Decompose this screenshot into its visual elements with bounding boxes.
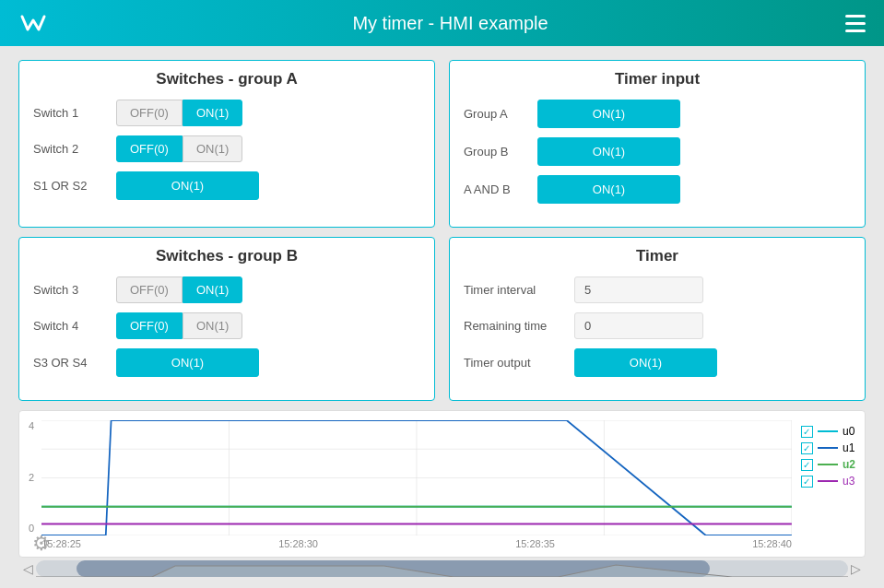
switch2-toggle[interactable]: OFF(0) ON(1)	[116, 135, 242, 162]
top-panel-row: Switches - group A Switch 1 OFF(0) ON(1)…	[18, 60, 866, 228]
switch4-toggle[interactable]: OFF(0) ON(1)	[116, 312, 242, 339]
timer-title: Timer	[464, 247, 851, 265]
switch4-row: Switch 4 OFF(0) ON(1)	[33, 312, 420, 339]
logo-icon	[18, 9, 55, 37]
legend-u1-label: u1	[843, 441, 855, 454]
switches-group-b-title: Switches - group B	[33, 247, 420, 265]
switch3-on-btn[interactable]: ON(1)	[183, 276, 242, 303]
gear-button[interactable]: ⚙	[32, 532, 51, 556]
main-content: Switches - group A Switch 1 OFF(0) ON(1)…	[0, 46, 884, 588]
s1-or-s2-btn[interactable]: ON(1)	[116, 171, 259, 200]
timer-input-panel: Timer input Group A ON(1) Group B ON(1) …	[449, 60, 866, 228]
timer-interval-row: Timer interval 5	[464, 276, 851, 303]
switches-group-b-panel: Switches - group B Switch 3 OFF(0) ON(1)…	[18, 237, 435, 401]
switch3-toggle[interactable]: OFF(0) ON(1)	[116, 276, 242, 303]
switch4-off-btn[interactable]: OFF(0)	[116, 312, 183, 339]
switch1-off-btn[interactable]: OFF(0)	[116, 100, 183, 126]
y-label-2: 2	[29, 472, 34, 483]
switches-group-a-title: Switches - group A	[33, 70, 420, 88]
timer-remaining-label: Remaining time	[464, 319, 574, 333]
scroll-left-handle[interactable]: ◁	[23, 561, 33, 576]
switch1-row: Switch 1 OFF(0) ON(1)	[33, 100, 420, 126]
timer-input-a-and-b-btn[interactable]: ON(1)	[537, 175, 680, 204]
gear-icon: ⚙	[32, 532, 51, 555]
scroll-right-handle[interactable]: ▷	[851, 561, 861, 576]
switch2-row: Switch 2 OFF(0) ON(1)	[33, 135, 420, 162]
switch1-toggle[interactable]: OFF(0) ON(1)	[116, 100, 242, 126]
legend-u1-line	[818, 447, 838, 449]
scrollbar-row: ◁ ▷	[18, 558, 866, 580]
switch3-label: Switch 3	[33, 283, 116, 297]
chart-legend: ✓ u0 ✓ u1 ✓ u2 ✓ u3	[792, 420, 855, 552]
scrollbar-mini-chart	[36, 560, 848, 577]
chart-section: 4 2 0	[18, 410, 866, 580]
x-label-1: 15:28:30	[278, 538, 318, 549]
timer-input-group-a-label: Group A	[464, 107, 537, 121]
timer-input-a-and-b-row: A AND B ON(1)	[464, 175, 851, 204]
s1-or-s2-label: S1 OR S2	[33, 179, 116, 193]
timer-input-group-b-label: Group B	[464, 145, 537, 159]
legend-u2: ✓ u2	[801, 458, 855, 471]
switch1-on-btn[interactable]: ON(1)	[183, 100, 242, 126]
switch4-on-btn[interactable]: ON(1)	[183, 312, 242, 339]
chart-container: 4 2 0	[18, 410, 866, 558]
legend-u2-check[interactable]: ✓	[801, 459, 813, 471]
timer-output-row: Timer output ON(1)	[464, 348, 851, 377]
timer-output-btn[interactable]: ON(1)	[574, 348, 717, 377]
legend-u1-check[interactable]: ✓	[801, 442, 813, 454]
legend-u3-label: u3	[843, 475, 855, 488]
legend-u0-line	[818, 430, 838, 432]
chart-x-labels: 15:28:25 15:28:30 15:28:35 15:28:40	[41, 535, 792, 552]
page-title: My timer - HMI example	[352, 13, 548, 34]
legend-u0-label: u0	[843, 425, 855, 438]
timer-input-group-b-row: Group B ON(1)	[464, 137, 851, 166]
switch1-label: Switch 1	[33, 106, 116, 120]
legend-u2-label: u2	[843, 458, 855, 471]
timer-input-group-a-row: Group A ON(1)	[464, 100, 851, 128]
switch4-label: Switch 4	[33, 319, 116, 333]
s3-or-s4-label: S3 OR S4	[33, 356, 116, 370]
chart-plot-area	[41, 420, 792, 535]
legend-u2-line	[818, 464, 838, 465]
timer-interval-label: Timer interval	[464, 283, 574, 297]
s3-or-s4-btn[interactable]: ON(1)	[116, 348, 259, 377]
switches-group-a-panel: Switches - group A Switch 1 OFF(0) ON(1)…	[18, 60, 435, 228]
timer-remaining-row: Remaining time 0	[464, 312, 851, 339]
legend-u0: ✓ u0	[801, 425, 855, 438]
switch2-off-btn[interactable]: OFF(0)	[116, 135, 183, 162]
legend-u1: ✓ u1	[801, 441, 855, 454]
y-label-4: 4	[29, 420, 34, 431]
chart-svg	[41, 420, 792, 535]
timer-input-title: Timer input	[464, 70, 851, 88]
bottom-panel-row: Switches - group B Switch 3 OFF(0) ON(1)…	[18, 237, 866, 401]
x-label-3: 15:28:40	[752, 538, 792, 549]
legend-u3: ✓ u3	[801, 475, 855, 488]
scrollbar-track[interactable]	[36, 560, 848, 577]
timer-output-label: Timer output	[464, 356, 574, 370]
switch3-off-btn[interactable]: OFF(0)	[116, 276, 183, 303]
s3-or-s4-row: S3 OR S4 ON(1)	[33, 348, 420, 377]
timer-remaining-value: 0	[574, 312, 703, 339]
switch3-row: Switch 3 OFF(0) ON(1)	[33, 276, 420, 303]
timer-interval-value: 5	[574, 276, 703, 303]
switch2-on-btn[interactable]: ON(1)	[183, 135, 242, 162]
switch2-label: Switch 2	[33, 142, 116, 156]
timer-input-a-and-b-label: A AND B	[464, 182, 537, 196]
header: My timer - HMI example	[0, 0, 884, 46]
x-label-2: 15:28:35	[515, 538, 555, 549]
s1-or-s2-row: S1 OR S2 ON(1)	[33, 171, 420, 200]
menu-button[interactable]	[845, 15, 866, 32]
legend-u3-check[interactable]: ✓	[801, 476, 813, 488]
timer-input-group-b-btn[interactable]: ON(1)	[537, 137, 680, 166]
timer-input-group-a-btn[interactable]: ON(1)	[537, 100, 680, 128]
timer-panel: Timer Timer interval 5 Remaining time 0 …	[449, 237, 866, 401]
legend-u0-check[interactable]: ✓	[801, 426, 813, 438]
chart-inner: 15:28:25 15:28:30 15:28:35 15:28:40	[41, 420, 792, 552]
legend-u3-line	[818, 480, 838, 482]
